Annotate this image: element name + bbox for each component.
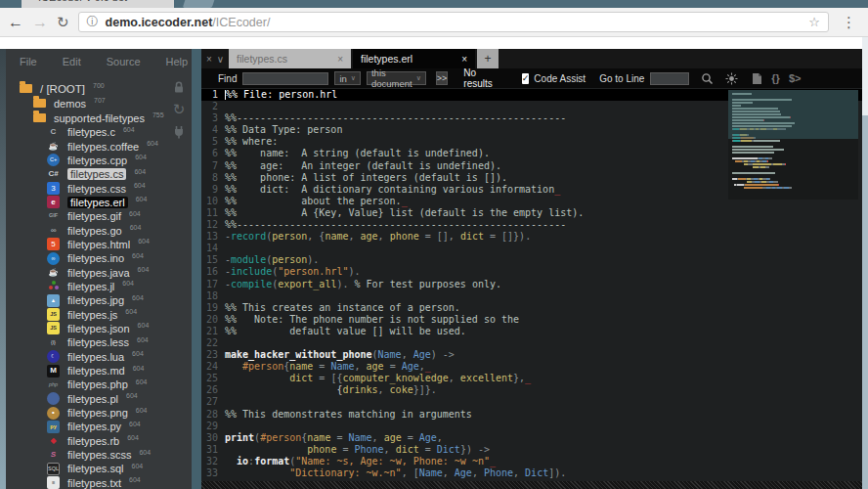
code-line-18[interactable]: 18: [201, 290, 862, 302]
back-icon[interactable]: ←: [8, 15, 23, 30]
tab-options-icon[interactable]: ∨: [217, 54, 224, 65]
code-line-25[interactable]: 25 dict = [{computer_knowledge, excellen…: [201, 373, 862, 384]
code-line-13[interactable]: 13-record(person, {name, age, phone = []…: [201, 231, 862, 243]
menu-item-help[interactable]: Help: [166, 56, 189, 72]
file-item-filetypes.java[interactable]: ☕filetypes.java604: [6, 265, 192, 279]
code-line-15[interactable]: 15-module(person).: [201, 254, 862, 266]
format-braces-icon[interactable]: {}: [771, 72, 780, 84]
file-info-icon[interactable]: [752, 72, 762, 85]
goto-line-input[interactable]: [650, 72, 689, 85]
file-item-filetypes.cs[interactable]: C#filetypes.cs604: [6, 167, 192, 181]
file-item-filetypes.php[interactable]: phpfiletypes.php604: [6, 378, 192, 391]
reload-icon[interactable]: ↻: [57, 15, 69, 29]
tab-filetypes.cs[interactable]: filetypes.cs×: [229, 49, 351, 68]
browser-tab-close-icon[interactable]: ×: [161, 0, 167, 3]
file-item-filetypes.lua[interactable]: ☾filetypes.lua604: [6, 350, 192, 364]
file-name: filetypes.java: [67, 267, 130, 279]
file-item-filetypes.scss[interactable]: Sfiletypes.scss604: [6, 448, 192, 462]
code-line-24[interactable]: 24 #person{name = Name, age = Age,_: [201, 361, 862, 373]
menu-item-file[interactable]: File: [20, 56, 37, 72]
menu-item-edit[interactable]: Edit: [63, 56, 81, 72]
file-item-filetypes.jpg[interactable]: ▲filetypes.jpg604: [6, 293, 192, 307]
code-line-29[interactable]: 29: [201, 421, 862, 432]
file-name: filetypes.lua: [67, 351, 124, 363]
line-number: 24: [201, 361, 225, 373]
minimap-line: [732, 184, 858, 186]
file-item-filetypes.sql[interactable]: SQLfiletypes.sql604: [6, 462, 192, 475]
find-input[interactable]: [242, 72, 328, 85]
code-line-11[interactable]: 11%% A {Key, Value} list (default is the…: [201, 207, 862, 219]
page-info-icon[interactable]: ⓘ: [87, 14, 99, 30]
plugin-plug-icon[interactable]: [172, 125, 186, 139]
tab-close-icon[interactable]: ×: [461, 54, 467, 65]
new-file-tab-button[interactable]: +: [477, 49, 499, 68]
file-item-filetypes.png[interactable]: •filetypes.png604: [6, 406, 192, 420]
file-item-filetypes.cpp[interactable]: C+filetypes.cpp604: [6, 154, 192, 167]
code-assist-checkbox[interactable]: ✓: [522, 73, 530, 84]
code-line-16[interactable]: 16-include("person.hrl").: [201, 266, 862, 278]
menu-item-source[interactable]: Source: [107, 56, 141, 72]
code-line-21[interactable]: 21%% default value [] will be used.: [201, 326, 862, 337]
refresh-icon[interactable]: ↻: [173, 101, 186, 118]
code-line-19[interactable]: 19%% This creates an instance of a perso…: [201, 302, 862, 314]
bug-report-icon[interactable]: [725, 72, 738, 85]
file-item-filetypes.jl[interactable]: filetypes.jl604: [6, 280, 192, 293]
tab-filetypes.erl[interactable]: filetypes.erl×: [353, 49, 475, 68]
file-item-filetypes.erl[interactable]: efiletypes.erl604: [6, 196, 192, 209]
browser-new-tab-button[interactable]: [183, 0, 218, 8]
code-line-33[interactable]: 33 "Dictionary: ~w.~n", [Name, Age, Phon…: [201, 467, 862, 479]
browser-tab[interactable]: * ICEcoder v 6.0 bet ×: [22, 0, 174, 8]
bookmark-star-icon[interactable]: ☆: [808, 15, 820, 29]
find-scope-select[interactable]: this document ∨: [367, 71, 426, 85]
code-line-20[interactable]: 20%% Note: The phone number is not suppl…: [201, 314, 862, 326]
url-host: demo.icecoder.net: [106, 16, 213, 29]
lock-icon[interactable]: [172, 80, 186, 94]
tree-item-supported-filetypes[interactable]: supported-filetypes 755: [6, 111, 192, 125]
scrollbar-thumb[interactable]: [862, 37, 868, 115]
file-item-filetypes.txt[interactable]: ≡filetypes.txt604: [6, 476, 192, 489]
browser-menu-icon[interactable]: ⋮: [838, 14, 860, 31]
browser-scrollbar[interactable]: [862, 37, 868, 489]
file-item-filetypes.coffee[interactable]: ☕filetypes.coffee604: [6, 139, 192, 153]
code-line-14[interactable]: 14: [201, 243, 862, 254]
tab-close-icon[interactable]: ×: [337, 54, 343, 65]
file-item-filetypes.pl[interactable]: filetypes.pl604: [6, 392, 192, 406]
code-line-27[interactable]: 27: [201, 396, 862, 408]
file-item-filetypes.go[interactable]: ∞filetypes.go604: [6, 223, 192, 237]
file-item-filetypes.py[interactable]: pyfiletypes.py604: [6, 420, 192, 433]
json-file-icon: JS: [47, 322, 60, 334]
code-line-22[interactable]: 22: [201, 337, 862, 349]
terminal-icon[interactable]: $>: [789, 72, 802, 84]
bottom-drag-handle[interactable]: [201, 481, 862, 489]
file-item-filetypes.css[interactable]: 3filetypes.css604: [6, 181, 192, 195]
tree-item-root[interactable]: / [ROOT] 700: [6, 81, 192, 96]
file-item-filetypes.less[interactable]: {l}filetypes.less604: [6, 335, 192, 349]
file-item-filetypes.gif[interactable]: GIFfiletypes.gif604: [6, 209, 192, 223]
code-line-32[interactable]: 32 io:format("Name: ~s, Age: ~w, Phone: …: [201, 456, 862, 467]
sidebar-editor-divider[interactable]: [192, 49, 201, 489]
code-line-17[interactable]: 17-compile(export_all). % For test purpo…: [201, 279, 862, 290]
code-line-23[interactable]: 23make_hacker_without_phone(Name, Age) -…: [201, 349, 862, 361]
minimap-viewport[interactable]: [728, 90, 858, 139]
code-line-12[interactable]: 12%%------------------------------------…: [201, 219, 862, 231]
find-go-button[interactable]: >>: [436, 71, 449, 85]
code-line-28[interactable]: 28%% This demonstrates matching in argum…: [201, 409, 862, 421]
code-line-31[interactable]: 31 phone = Phone, dict = Dict}) ->: [201, 444, 862, 456]
url-bar[interactable]: ⓘ demo.icecoder.net/ICEcoder/ ☆: [78, 12, 829, 32]
find-in-select[interactable]: in ∨: [334, 71, 361, 85]
tree-item-demos[interactable]: demos 707: [6, 96, 192, 111]
tab-label: filetypes.erl: [361, 53, 456, 65]
code-line-30[interactable]: 30print(#person{name = Name, age = Age,: [201, 432, 862, 444]
file-item-filetypes.md[interactable]: Mfiletypes.md604: [6, 364, 192, 378]
file-item-filetypes.json[interactable]: JSfiletypes.json604: [6, 322, 192, 335]
code-line-26[interactable]: 26 {drinks, coke}]}.: [201, 384, 862, 396]
file-item-filetypes.rb[interactable]: ◆filetypes.rb604: [6, 434, 192, 448]
file-item-filetypes.js[interactable]: JSfiletypes.js604: [6, 307, 192, 321]
file-item-filetypes.c[interactable]: Cfiletypes.c604: [6, 125, 192, 139]
search-icon[interactable]: [701, 72, 714, 85]
file-item-filetypes.ino[interactable]: ∞filetypes.ino604: [6, 251, 192, 265]
file-item-filetypes.html[interactable]: 5filetypes.html604: [6, 238, 192, 251]
minimap[interactable]: [728, 90, 858, 200]
close-all-tabs-icon[interactable]: ×: [206, 54, 212, 65]
code-editor[interactable]: 1%% File: person.hrl23%%----------------…: [201, 88, 862, 481]
